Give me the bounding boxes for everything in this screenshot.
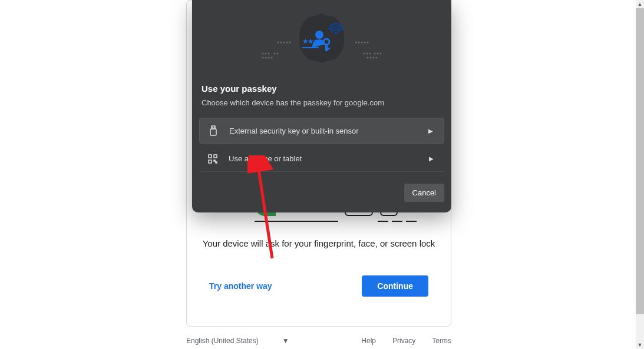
svg-rect-44 bbox=[209, 160, 212, 163]
svg-point-27 bbox=[373, 57, 375, 59]
modal-actions: Cancel bbox=[192, 172, 451, 203]
svg-rect-43 bbox=[214, 155, 217, 158]
modal-subtitle: Choose which device has the passkey for … bbox=[192, 96, 451, 115]
svg-rect-42 bbox=[209, 155, 212, 158]
chevron-right-icon: ▶ bbox=[428, 128, 433, 134]
continue-button[interactable]: Continue bbox=[362, 275, 428, 297]
option-label: External security key or built-in sensor bbox=[229, 127, 428, 135]
svg-point-19 bbox=[364, 53, 365, 55]
qr-icon bbox=[207, 154, 218, 164]
modal-title: Use your passkey bbox=[192, 77, 451, 96]
chevron-right-icon: ▶ bbox=[429, 155, 434, 162]
svg-point-1 bbox=[280, 42, 282, 44]
illu-line bbox=[378, 221, 388, 222]
card-actions: Try another way Continue bbox=[209, 275, 428, 297]
svg-point-24 bbox=[380, 53, 382, 55]
svg-point-9 bbox=[277, 53, 279, 55]
svg-point-20 bbox=[366, 53, 368, 55]
svg-point-7 bbox=[268, 53, 270, 55]
svg-point-28 bbox=[376, 57, 378, 59]
illu-line bbox=[255, 221, 338, 222]
privacy-link[interactable]: Privacy bbox=[392, 337, 415, 345]
svg-point-33 bbox=[335, 32, 337, 34]
svg-rect-32 bbox=[302, 47, 319, 48]
svg-point-23 bbox=[377, 53, 379, 55]
svg-point-34 bbox=[315, 31, 323, 39]
svg-point-13 bbox=[271, 57, 273, 59]
svg-point-10 bbox=[262, 57, 264, 59]
svg-point-2 bbox=[283, 42, 285, 44]
svg-point-26 bbox=[370, 57, 372, 59]
svg-rect-39 bbox=[210, 129, 216, 135]
option-external-key[interactable]: External security key or built-in sensor… bbox=[199, 118, 444, 144]
usb-icon bbox=[208, 125, 219, 136]
svg-point-8 bbox=[274, 53, 276, 55]
option-label: Use a phone or tablet bbox=[229, 154, 429, 163]
help-link[interactable]: Help bbox=[361, 337, 376, 345]
passkey-modal: ٭ ٭ ٭ Use your passkey Choose wh bbox=[192, 0, 451, 212]
svg-point-11 bbox=[265, 57, 267, 59]
terms-link[interactable]: Terms bbox=[432, 337, 451, 345]
svg-point-6 bbox=[265, 53, 267, 55]
svg-point-25 bbox=[367, 57, 369, 59]
helper-text: Your device will ask for your fingerprin… bbox=[187, 238, 451, 248]
svg-point-12 bbox=[268, 57, 270, 59]
illu-line bbox=[392, 221, 402, 222]
option-phone-tablet[interactable]: Use a phone or tablet ▶ bbox=[199, 146, 444, 172]
svg-point-4 bbox=[289, 42, 291, 44]
svg-point-15 bbox=[358, 42, 360, 44]
footer-links: Help Privacy Terms bbox=[361, 337, 451, 345]
dropdown-arrow-icon: ▼ bbox=[282, 337, 289, 345]
modal-illustration: ٭ ٭ ٭ bbox=[192, 0, 451, 77]
svg-point-21 bbox=[369, 53, 371, 55]
language-label: English (United States) bbox=[186, 337, 259, 345]
page-footer: English (United States) ▼ Help Privacy T… bbox=[186, 337, 451, 345]
svg-point-5 bbox=[262, 53, 264, 55]
svg-point-3 bbox=[286, 42, 288, 44]
svg-point-22 bbox=[374, 53, 376, 55]
svg-point-18 bbox=[367, 42, 369, 44]
language-selector[interactable]: English (United States) ▼ bbox=[186, 337, 289, 345]
try-another-way-link[interactable]: Try another way bbox=[209, 281, 272, 291]
svg-rect-37 bbox=[328, 48, 330, 49]
scroll-down-arrow-icon[interactable]: ▼ bbox=[636, 341, 644, 349]
svg-point-16 bbox=[361, 42, 363, 44]
illu-line bbox=[406, 221, 417, 222]
svg-rect-36 bbox=[325, 44, 328, 51]
scroll-up-arrow-icon[interactable]: ▲ bbox=[636, 0, 644, 8]
cancel-button[interactable]: Cancel bbox=[404, 184, 444, 202]
svg-rect-45 bbox=[214, 160, 215, 161]
svg-rect-46 bbox=[216, 162, 217, 163]
vertical-scrollbar[interactable]: ▲ ▼ bbox=[636, 0, 644, 349]
svg-point-14 bbox=[355, 42, 357, 44]
scroll-thumb[interactable] bbox=[636, 8, 644, 314]
svg-point-0 bbox=[278, 42, 279, 44]
svg-point-17 bbox=[364, 42, 366, 44]
